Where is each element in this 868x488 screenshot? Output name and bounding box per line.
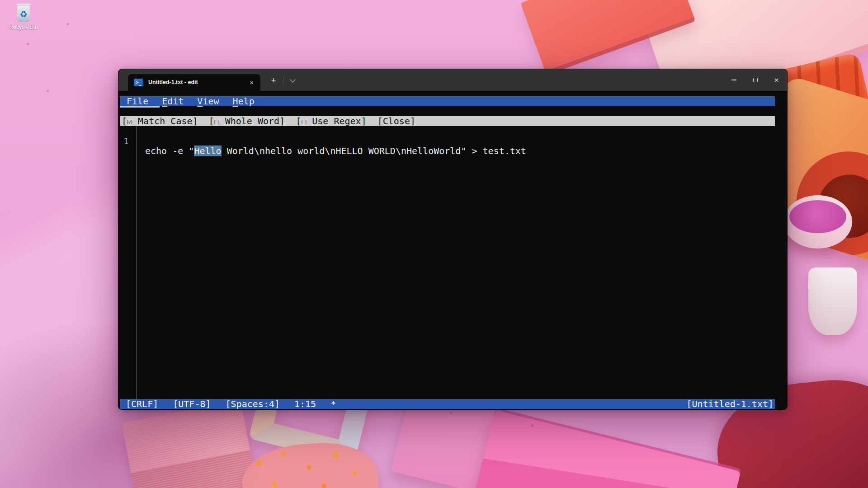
menu-item-edit[interactable]: Edit	[162, 96, 184, 106]
minimize-button[interactable]	[723, 69, 745, 91]
tab-dropdown-button[interactable]	[286, 74, 299, 86]
maximize-icon	[753, 78, 758, 82]
status-item[interactable]: 1:15	[294, 399, 316, 409]
status-filename: [Untitled-1.txt]	[686, 399, 774, 409]
recycle-bin[interactable]: ♻ Recycle Bin	[5, 4, 42, 30]
close-button[interactable]: ×	[766, 69, 787, 91]
find-bar: Find:Hello	[120, 106, 775, 116]
menu-bar: FileEditViewHelp	[120, 96, 775, 106]
wallpaper-bowl-liquid	[789, 200, 846, 233]
desktop: ♻ Recycle Bin >_ Untitled-1.txt - edit ×…	[0, 0, 868, 488]
status-item[interactable]: [Spaces:4]	[226, 399, 280, 409]
powershell-icon: >_	[134, 79, 143, 86]
wallpaper-white-cup	[808, 267, 857, 335]
recycle-arrows-icon: ♻	[19, 10, 27, 19]
find-option-use-regex[interactable]: [☐ Use Regex]	[296, 116, 367, 126]
status-modified-indicator: *	[330, 399, 336, 409]
code-after: World\nhello world\nHELLO WORLD\nHelloWo…	[222, 145, 526, 156]
menu-item-view[interactable]: View	[197, 96, 219, 106]
status-bar: [CRLF][UTF-8][Spaces:4]1:15* [Untitled-1…	[120, 399, 775, 409]
recycle-bin-label: Recycle Bin	[5, 24, 42, 30]
close-tab-icon[interactable]: ×	[247, 78, 256, 87]
window-controls: ×	[723, 69, 787, 91]
gutter-separator	[136, 126, 137, 399]
minimize-icon	[731, 80, 736, 80]
tab-title: Untitled-1.txt - edit	[148, 80, 247, 85]
line-number: 1	[123, 136, 129, 146]
find-close-button[interactable]: [Close]	[377, 116, 415, 126]
find-option-match-case[interactable]: [☑ Match Case]	[122, 116, 198, 126]
status-item[interactable]: [UTF-8]	[173, 399, 211, 409]
wallpaper-pink-bowl	[783, 195, 852, 249]
terminal-window: >_ Untitled-1.txt - edit × + × FileEditV…	[118, 69, 788, 410]
menu-item-file[interactable]: File	[127, 96, 148, 106]
tab-separator	[283, 76, 283, 84]
find-option-whole-word[interactable]: [☐ Whole Word]	[209, 116, 285, 126]
maximize-button[interactable]	[745, 69, 766, 91]
wallpaper-speckles	[0, 0, 1, 1]
terminal-content[interactable]: FileEditViewHelp Find:Hello [☑ Match Cas…	[118, 91, 787, 409]
status-item[interactable]: [CRLF]	[126, 399, 158, 409]
tab-untitled[interactable]: >_ Untitled-1.txt - edit ×	[128, 74, 260, 91]
menu-item-help[interactable]: Help	[233, 96, 255, 106]
search-match-highlight: Hello	[194, 145, 221, 156]
recycle-bin-body: ♻	[17, 6, 30, 22]
recycle-bin-icon: ♻	[16, 4, 31, 23]
new-tab-button[interactable]: +	[266, 74, 281, 86]
wallpaper-envelope-b	[469, 410, 741, 488]
code-before: echo -e "	[145, 145, 194, 156]
find-options-bar: [☑ Match Case][☐ Whole Word][☐ Use Regex…	[120, 116, 775, 126]
chevron-down-icon	[290, 76, 296, 82]
titlebar[interactable]: >_ Untitled-1.txt - edit × + ×	[118, 69, 787, 91]
status-left: [CRLF][UTF-8][Spaces:4]1:15*	[126, 399, 336, 409]
code-text: echo -e "Hello World\nhello world\nHELLO…	[145, 146, 526, 156]
editor-line[interactable]: 1 echo -e "Hello World\nhello world\nHEL…	[120, 126, 775, 136]
